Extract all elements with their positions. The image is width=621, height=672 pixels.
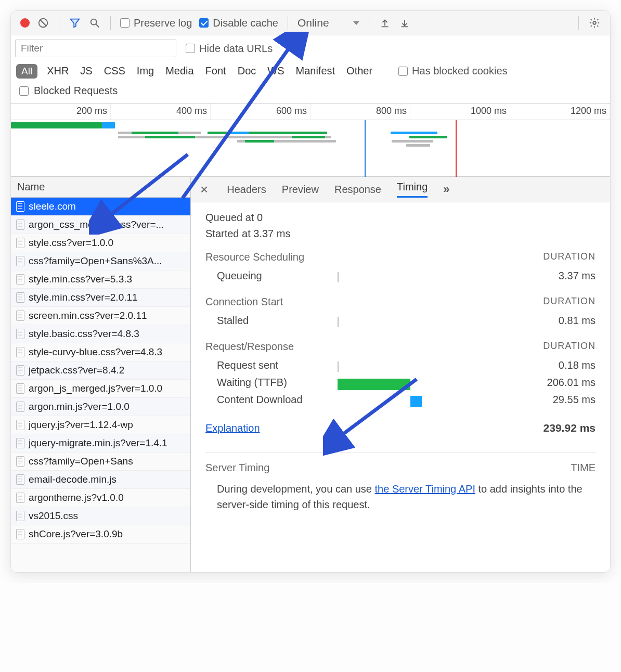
hide-data-urls-checkbox[interactable]: Hide data URLs	[186, 43, 273, 55]
domcontentloaded-line	[365, 120, 366, 177]
filter-type-img[interactable]: Img	[135, 63, 156, 79]
request-row[interactable]: screen.min.css?ver=2.0.11	[11, 307, 190, 325]
request-row[interactable]: style.min.css?ver=5.3.3	[11, 270, 190, 289]
download-icon[interactable]	[398, 17, 411, 29]
file-icon	[16, 329, 24, 339]
filter-types: All XHR JS CSS Img Media Font Doc WS Man…	[11, 61, 610, 83]
explanation-link[interactable]: Explanation	[205, 422, 260, 434]
filter-type-media[interactable]: Media	[163, 63, 196, 79]
file-icon	[16, 219, 24, 230]
filter-icon[interactable]	[69, 17, 81, 29]
detail-panel: × Headers Preview Response Timing » Queu…	[191, 177, 610, 572]
more-tabs-icon[interactable]: »	[443, 183, 449, 196]
checkbox-icon	[120, 18, 130, 28]
checkbox-checked-icon	[199, 18, 209, 28]
request-row[interactable]: jquery-migrate.min.js?ver=1.4.1	[11, 434, 190, 453]
tab-headers[interactable]: Headers	[227, 184, 266, 196]
tab-response[interactable]: Response	[334, 184, 381, 196]
file-icon	[16, 347, 24, 357]
request-row[interactable]: style.basic.css?ver=4.8.3	[11, 325, 190, 343]
file-icon	[16, 529, 24, 539]
request-name: style.min.css?ver=5.3.3	[29, 274, 132, 285]
filter-bar: Hide data URLs	[11, 35, 610, 61]
upload-icon[interactable]	[379, 17, 391, 29]
filter-type-other[interactable]: Other	[344, 63, 374, 79]
svg-point-2	[91, 19, 97, 25]
throttling-dropdown[interactable]: Online	[297, 17, 359, 29]
overview-timeline[interactable]: 200 ms 400 ms 600 ms 800 ms 1000 ms 1200…	[11, 103, 610, 177]
file-icon	[16, 256, 24, 266]
metric-queueing: Queueing 3.37 ms	[205, 267, 596, 285]
started-at: Started at 3.37 ms	[205, 228, 596, 240]
overview-ticks: 200 ms 400 ms 600 ms 800 ms 1000 ms 1200…	[11, 104, 610, 120]
request-name: vs2015.css	[29, 510, 78, 522]
svg-point-6	[593, 21, 596, 24]
file-icon	[16, 493, 24, 503]
toolbar: Preserve log Disable cache Online	[11, 11, 610, 35]
request-row[interactable]: css?family=Open+Sans%3A...	[11, 252, 190, 270]
request-name: css?family=Open+Sans	[29, 456, 133, 467]
checkbox-icon	[398, 67, 408, 76]
filter-type-css[interactable]: CSS	[102, 63, 127, 79]
gear-icon[interactable]	[588, 17, 601, 29]
request-name: argon.min.js?ver=1.0.0	[29, 401, 130, 412]
split-view: Name sleele.comargon_css_merged.css?ver=…	[11, 177, 610, 572]
request-row[interactable]: argontheme.js?v1.0.0	[11, 489, 190, 507]
request-row[interactable]: argon_css_merged.css?ver=...	[11, 216, 190, 234]
request-name: style-curvy-blue.css?ver=4.8.3	[29, 346, 162, 358]
request-row[interactable]: email-decode.min.js	[11, 471, 190, 489]
request-row[interactable]: vs2015.css	[11, 507, 190, 525]
filter-type-ws[interactable]: WS	[265, 63, 286, 79]
request-row[interactable]: argon.min.js?ver=1.0.0	[11, 398, 190, 416]
online-label: Online	[297, 17, 329, 29]
request-row[interactable]: shCore.js?ver=3.0.9b	[11, 525, 190, 544]
devtools-network-panel: Preserve log Disable cache Online Hide d…	[10, 10, 611, 573]
request-row[interactable]: style.css?ver=1.0.0	[11, 234, 190, 252]
request-row[interactable]: jetpack.css?ver=8.4.2	[11, 361, 190, 380]
request-row[interactable]: style.min.css?ver=2.0.11	[11, 289, 190, 307]
request-list: Name sleele.comargon_css_merged.css?ver=…	[11, 177, 191, 572]
filter-type-manifest[interactable]: Manifest	[293, 63, 337, 79]
hide-data-urls-label: Hide data URLs	[199, 43, 273, 55]
load-line	[456, 120, 457, 177]
request-name: style.css?ver=1.0.0	[29, 237, 113, 249]
section-connection-start: Connection Start DURATION	[205, 296, 596, 308]
record-button[interactable]	[20, 18, 30, 28]
metric-content-download: Content Download 29.55 ms	[205, 391, 596, 408]
tab-preview[interactable]: Preview	[282, 184, 319, 196]
has-blocked-cookies-checkbox[interactable]: Has blocked cookies	[398, 65, 507, 77]
filter-type-doc[interactable]: Doc	[236, 63, 258, 79]
metric-waiting-ttfb: Waiting (TTFB) 206.01 ms	[205, 374, 596, 391]
request-row[interactable]: style-curvy-blue.css?ver=4.8.3	[11, 343, 190, 361]
filter-type-all[interactable]: All	[16, 64, 37, 79]
total-duration: 239.92 ms	[544, 422, 596, 434]
request-name: argon_css_merged.css?ver=...	[29, 219, 164, 230]
close-icon[interactable]: ×	[200, 182, 211, 198]
request-row[interactable]: jquery.js?ver=1.12.4-wp	[11, 416, 190, 434]
preserve-log-checkbox[interactable]: Preserve log	[120, 17, 192, 29]
column-header-name[interactable]: Name	[11, 177, 190, 198]
file-icon	[16, 438, 24, 448]
blocked-requests-checkbox[interactable]: Blocked Requests	[11, 83, 610, 103]
disable-cache-checkbox[interactable]: Disable cache	[199, 17, 278, 29]
request-row[interactable]: css?family=Open+Sans	[11, 453, 190, 471]
svg-line-1	[41, 20, 46, 26]
request-row[interactable]: argon_js_merged.js?ver=1.0.0	[11, 380, 190, 398]
metric-request-sent: Request sent 0.18 ms	[205, 357, 596, 374]
preserve-log-label: Preserve log	[134, 17, 192, 29]
request-name: shCore.js?ver=3.0.9b	[29, 528, 123, 540]
request-name: style.basic.css?ver=4.8.3	[29, 328, 139, 340]
filter-type-xhr[interactable]: XHR	[45, 63, 71, 79]
tab-timing[interactable]: Timing	[397, 181, 428, 198]
filter-type-font[interactable]: Font	[203, 63, 228, 79]
request-name: css?family=Open+Sans%3A...	[29, 255, 162, 267]
file-icon	[16, 292, 24, 303]
clear-icon[interactable]	[37, 17, 49, 29]
filter-input[interactable]	[15, 40, 176, 57]
search-icon[interactable]	[88, 17, 101, 29]
chevron-down-icon	[353, 21, 359, 25]
server-timing-api-link[interactable]: the Server Timing API	[375, 483, 475, 495]
file-icon	[16, 511, 24, 521]
filter-type-js[interactable]: JS	[78, 63, 94, 79]
request-row[interactable]: sleele.com	[11, 198, 190, 216]
